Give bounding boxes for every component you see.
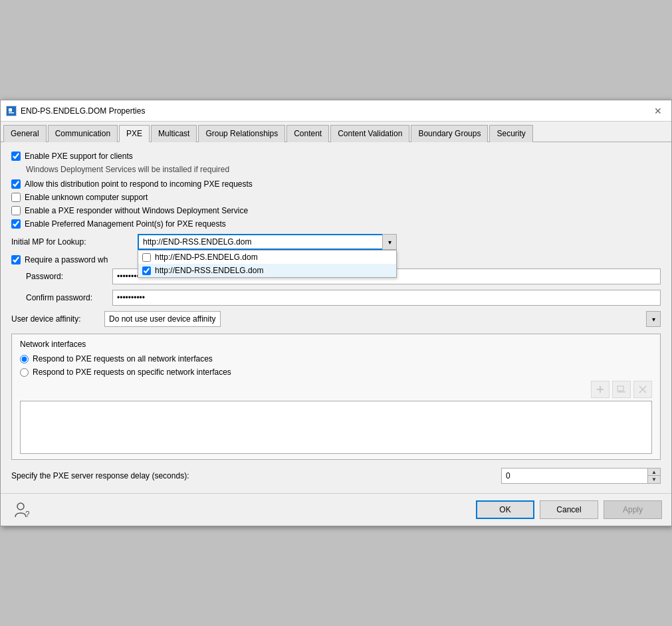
svg-rect-4 bbox=[597, 389, 604, 390]
initial-mp-label: Initial MP for Lookup: bbox=[11, 237, 138, 247]
confirm-password-row: Confirm password: bbox=[26, 290, 661, 306]
bottom-right: OK Cancel Apply bbox=[476, 500, 662, 519]
delete-icon bbox=[638, 385, 647, 394]
enable-preferred-row: Enable Preferred Management Point(s) for… bbox=[11, 219, 661, 229]
radio-all-label: Respond to PXE requests on all network i… bbox=[33, 354, 213, 364]
help-icon[interactable]: ? bbox=[10, 499, 31, 520]
spinner-up-button[interactable]: ▲ bbox=[648, 469, 660, 476]
spinner-buttons: ▲ ▼ bbox=[647, 468, 661, 484]
enable-preferred-checkbox[interactable] bbox=[11, 219, 21, 229]
user-device-arrow: ▾ bbox=[646, 311, 661, 327]
dropdown-option-2[interactable]: http://END-RSS.ENDELG.dom bbox=[138, 264, 396, 277]
cancel-button[interactable]: Cancel bbox=[540, 500, 598, 519]
svg-rect-2 bbox=[9, 112, 14, 114]
svg-text:?: ? bbox=[25, 510, 29, 518]
bottom-bar: ? OK Cancel Apply bbox=[1, 493, 671, 526]
network-interfaces-title: Network interfaces bbox=[20, 340, 652, 349]
enable-responder-row: Enable a PXE responder without Windows D… bbox=[11, 206, 661, 215]
tab-group-relationships[interactable]: Group Relationships bbox=[198, 125, 285, 142]
window-icon bbox=[6, 106, 17, 116]
svg-point-9 bbox=[17, 503, 24, 510]
initial-mp-dropdown-list: http://END-PS.ENDELG.dom http://END-RSS.… bbox=[138, 250, 397, 278]
close-button[interactable]: ✕ bbox=[650, 103, 666, 119]
tab-bar: General Communication PXE Multicast Grou… bbox=[1, 122, 671, 142]
dropdown-option-1[interactable]: http://END-PS.ENDELG.dom bbox=[138, 251, 396, 264]
svg-rect-5 bbox=[617, 386, 623, 391]
initial-mp-row: Initial MP for Lookup: ▾ http://END-PS.E… bbox=[11, 234, 661, 250]
enable-pxe-row: Enable PXE support for clients bbox=[11, 152, 661, 161]
wds-note: Windows Deployment Services will be inst… bbox=[26, 165, 661, 174]
toolbar-delete-button[interactable] bbox=[633, 381, 652, 398]
allow-incoming-label: Allow this distribution point to respond… bbox=[25, 179, 253, 189]
require-password-label: Require a password wh bbox=[25, 255, 108, 264]
radio-all-row: Respond to PXE requests on all network i… bbox=[20, 354, 652, 364]
tab-security[interactable]: Security bbox=[489, 125, 532, 142]
user-device-select[interactable]: Do not use user device affinity bbox=[104, 311, 221, 327]
toolbar-edit-button[interactable] bbox=[612, 381, 631, 398]
toolbar-icons bbox=[20, 381, 652, 398]
apply-button[interactable]: Apply bbox=[604, 500, 662, 519]
enable-preferred-label: Enable Preferred Management Point(s) for… bbox=[25, 219, 226, 229]
edit-icon bbox=[617, 385, 626, 394]
tab-content-validation[interactable]: Content Validation bbox=[330, 125, 409, 142]
tab-content[interactable]: Content bbox=[286, 125, 329, 142]
dropdown-option-1-label: http://END-PS.ENDELG.dom bbox=[155, 253, 258, 262]
tab-boundary-groups[interactable]: Boundary Groups bbox=[411, 125, 488, 142]
window-title: END-PS.ENDELG.DOM Properties bbox=[21, 106, 145, 116]
initial-mp-input[interactable] bbox=[138, 234, 397, 250]
spinner-down-button[interactable]: ▼ bbox=[648, 476, 660, 483]
delay-input[interactable] bbox=[501, 468, 647, 484]
dropdown-option-2-label: http://END-RSS.ENDELG.dom bbox=[155, 266, 263, 275]
confirm-password-label: Confirm password: bbox=[26, 293, 112, 302]
require-password-checkbox[interactable] bbox=[11, 255, 21, 264]
svg-rect-6 bbox=[617, 391, 625, 393]
enable-unknown-row: Enable unknown computer support bbox=[11, 193, 661, 202]
delay-label: Specify the PXE server response delay (s… bbox=[11, 471, 501, 480]
main-window: END-PS.ENDELG.DOM Properties ✕ General C… bbox=[0, 100, 672, 526]
user-device-label: User device affinity: bbox=[11, 314, 104, 324]
user-help-icon: ? bbox=[12, 501, 29, 518]
enable-unknown-checkbox[interactable] bbox=[11, 193, 21, 202]
dropdown-option-2-checkbox[interactable] bbox=[142, 266, 151, 275]
pxe-content: Enable PXE support for clients Windows D… bbox=[1, 142, 671, 493]
enable-pxe-label: Enable PXE support for clients bbox=[25, 152, 133, 161]
allow-incoming-row: Allow this distribution point to respond… bbox=[11, 179, 661, 189]
radio-specific-label: Respond to PXE requests on specific netw… bbox=[33, 367, 231, 377]
enable-responder-label: Enable a PXE responder without Windows D… bbox=[25, 206, 248, 215]
title-bar: END-PS.ENDELG.DOM Properties ✕ bbox=[1, 100, 671, 122]
allow-incoming-checkbox[interactable] bbox=[11, 179, 21, 189]
radio-specific-row: Respond to PXE requests on specific netw… bbox=[20, 367, 652, 377]
confirm-password-input[interactable] bbox=[112, 290, 661, 306]
password-label: Password: bbox=[26, 272, 112, 281]
spinner-wrapper: ▲ ▼ bbox=[501, 468, 661, 484]
network-list-box[interactable] bbox=[20, 401, 652, 454]
enable-unknown-label: Enable unknown computer support bbox=[25, 193, 148, 202]
dropdown-option-1-checkbox[interactable] bbox=[142, 253, 151, 262]
enable-responder-checkbox[interactable] bbox=[11, 206, 21, 215]
tab-communication[interactable]: Communication bbox=[48, 125, 118, 142]
initial-mp-dropdown-container: ▾ http://END-PS.ENDELG.dom http://END-RS… bbox=[138, 234, 397, 250]
user-device-row: User device affinity: Do not use user de… bbox=[11, 311, 661, 327]
radio-all[interactable] bbox=[20, 355, 29, 364]
tab-multicast[interactable]: Multicast bbox=[151, 125, 197, 142]
toolbar-add-button[interactable] bbox=[591, 381, 610, 398]
network-interfaces-group: Network interfaces Respond to PXE reques… bbox=[11, 334, 661, 460]
radio-specific[interactable] bbox=[20, 368, 29, 377]
enable-pxe-checkbox[interactable] bbox=[11, 152, 21, 161]
add-icon bbox=[596, 385, 605, 394]
bottom-left: ? bbox=[10, 499, 31, 520]
title-bar-left: END-PS.ENDELG.DOM Properties bbox=[6, 106, 145, 116]
tab-general[interactable]: General bbox=[3, 125, 47, 142]
delay-row: Specify the PXE server response delay (s… bbox=[11, 468, 661, 484]
svg-rect-1 bbox=[9, 108, 12, 112]
user-device-wrapper: Do not use user device affinity ▾ bbox=[104, 311, 661, 327]
tab-pxe[interactable]: PXE bbox=[119, 125, 150, 142]
ok-button[interactable]: OK bbox=[476, 500, 534, 519]
